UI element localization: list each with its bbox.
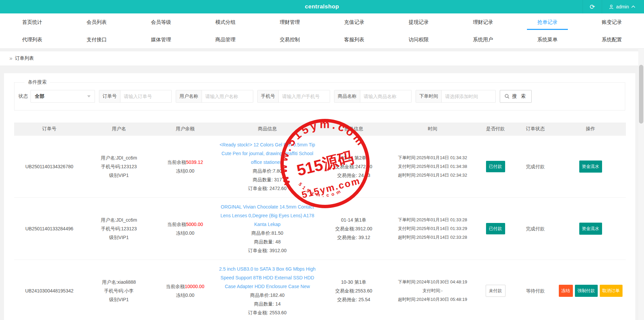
cancel-order-button[interactable]: 取消订单 [600, 285, 623, 297]
order-time-line: 下单时间:2025年01月14日 01:34:32 [391, 153, 474, 162]
phone-label: 手机号 [258, 90, 279, 102]
nav-row-1: 首页统计 会员列表 会员等级 模式分组 理财管理 充值记录 提现记录 理财记录 … [0, 13, 644, 31]
time-info: 下单时间:2025年01月14日 01:34:32 支付时间:2025年01月1… [390, 135, 475, 197]
admin-app: centralshop ⟳ admin 首页统计 会员列表 会员等级 模式分 [0, 0, 644, 320]
balance-label: 当前余额 [167, 222, 186, 227]
status-select[interactable]: 全部 [31, 90, 95, 103]
order-status: 完成付款 [516, 135, 555, 197]
product-name-input[interactable] [360, 90, 411, 102]
pay-time-line: 支付时间:2025年01月14日 01:34:38 [391, 162, 474, 171]
chevron-down-icon [87, 95, 91, 97]
nav-item-finance-manage[interactable]: 理财管理 [258, 13, 322, 31]
scrollbar-thumb[interactable] [639, 65, 643, 124]
nav-item-access-rights[interactable]: 访问权限 [386, 31, 451, 48]
nav-item-media-manage[interactable]: 媒体管理 [129, 31, 193, 48]
nav-item-agent-list[interactable]: 代理列表 [0, 31, 64, 48]
grab-info: 10-30 第1单 交易金额:2553.60 交易佣金: 25.54 [318, 260, 390, 320]
nav-item-mode-group[interactable]: 模式分组 [193, 13, 258, 31]
user-icon [609, 4, 614, 9]
actions-cell: 资金流水 [555, 197, 626, 260]
user-name-line: 用户名:JDI_cc6m [86, 153, 152, 162]
status-badge: 已付款 [486, 161, 505, 172]
vertical-scrollbar[interactable] [638, 49, 644, 320]
order-no-input[interactable] [120, 90, 171, 102]
chevron-up-icon [631, 5, 635, 8]
topbar-controls: ⟳ admin [583, 0, 644, 13]
user-phone-line: 手机号码:123123 [86, 224, 152, 233]
nav-item-system-users[interactable]: 系统用户 [451, 31, 515, 48]
user-level-line: 级别VIP1 [86, 295, 152, 304]
col-username: 用户名 [85, 123, 153, 135]
order-status: 等待付款 [516, 260, 555, 320]
nav-item-finance-records[interactable]: 理财记录 [451, 13, 515, 31]
pay-time-line: 支付时间:- [391, 286, 474, 295]
grab-seq-line: 10-30 第1单 [319, 278, 388, 286]
product-info: ORGINAL Vivian Chocolate 14.5mm Contact … [217, 197, 318, 260]
timeout-time-line: 超时时间:2025年01月14日 02:33:28 [391, 233, 474, 242]
product-amount-line: 订单金额: 2553.60 [218, 308, 316, 317]
refresh-button[interactable]: ⟳ [583, 0, 602, 13]
grab-commission-line: 交易佣金: 24.73 [319, 171, 388, 180]
fund-flow-button[interactable]: 资金流水 [579, 223, 602, 235]
order-no: UB2501140134326780 [14, 135, 85, 197]
product-title-link[interactable]: 2.5 inch USB3.0 to SATA 3 Box 6G Mbps Hi… [218, 265, 316, 291]
nav-item-service-list[interactable]: 客服列表 [322, 31, 386, 48]
product-price-line: 商品单价:81.50 [218, 229, 316, 237]
col-actions: 操作 [555, 123, 626, 135]
nav-item-account-change-records[interactable]: 账变记录 [580, 13, 644, 31]
nav-item-trade-control[interactable]: 交易控制 [258, 31, 322, 48]
nav-item-payment-api[interactable]: 支付接口 [64, 31, 129, 48]
col-order-status: 订单状态 [516, 123, 555, 135]
nav-item-withdraw-records[interactable]: 提现记录 [386, 13, 451, 31]
force-pay-button[interactable]: 强制付款 [575, 285, 598, 297]
table-row: UB2501140133284496 用户名:JDI_cc6m 手机号码:123… [14, 197, 626, 260]
order-no: UB2410300448195342 [14, 260, 85, 320]
order-time-input[interactable] [442, 90, 495, 102]
user-name-line: 用户名:xiaoli888 [86, 278, 152, 286]
product-price-line: 商品单价:182.40 [218, 291, 316, 300]
nav-item-system-config[interactable]: 系统配置 [580, 31, 644, 48]
col-grab-info: 抢单信息 [318, 123, 390, 135]
breadcrumb: » 订单列表 [0, 51, 644, 65]
balance-info: 当前余额5000.00 冻结0.00 [153, 197, 217, 260]
fund-flow-button[interactable]: 资金流水 [579, 161, 602, 173]
table-row: UB2410300448195342 用户名:xiaoli888 手机号码:小李… [14, 260, 626, 320]
freeze-button[interactable]: 冻结 [559, 285, 573, 297]
order-time-label: 下单时间 [416, 90, 442, 102]
table-row: UB2501140134326780 用户名:JDI_cc6m 手机号码:123… [14, 135, 626, 197]
nav-item-member-level[interactable]: 会员等级 [129, 13, 193, 31]
col-paid: 是否付款 [475, 123, 516, 135]
top-bar: centralshop ⟳ admin [0, 0, 644, 13]
order-no-filter: 订单号 [99, 90, 172, 103]
nav-item-grab-records[interactable]: 抢单记录 [515, 13, 580, 31]
order-time-line: 下单时间:2024年10月30日 04:48:19 [391, 278, 474, 286]
col-balance: 用户余额 [153, 123, 217, 135]
timeout-time-line: 超时时间:2024年10月30日 05:48:19 [391, 295, 474, 304]
product-qty-line: 商品数量: 317 [218, 175, 316, 184]
product-info: 2.5 inch USB3.0 to SATA 3 Box 6G Mbps Hi… [217, 260, 318, 320]
table-header-row: 订单号 用户名 用户余额 商品信息 抢单信息 时间 是否付款 订单状态 操作 [14, 123, 626, 135]
nav-item-recharge-records[interactable]: 充值记录 [322, 13, 386, 31]
nav-item-product-manage[interactable]: 商品管理 [193, 31, 258, 48]
app-title: centralshop [305, 3, 339, 10]
grab-commission-line: 交易佣金: 25.54 [319, 295, 388, 304]
product-title-link[interactable]: <Ready stock!> 12 Colors Gel Pen 0.5mm T… [218, 140, 316, 167]
user-menu-button[interactable]: admin [602, 0, 644, 13]
status-badge: 未付款 [486, 285, 505, 297]
order-time-line: 下单时间:2025年01月14日 01:33:28 [391, 216, 474, 224]
product-title-link[interactable]: ORGINAL Vivian Chocolate 14.5mm Contact … [218, 202, 316, 229]
nav-item-home-stats[interactable]: 首页统计 [0, 13, 64, 31]
search-icon [504, 94, 510, 99]
search-button[interactable]: 搜 索 [500, 90, 532, 103]
user-info: 用户名:JDI_cc6m 手机号码:123123 级别VIP1 [85, 197, 153, 260]
phone-input[interactable] [279, 90, 330, 102]
nav-item-member-list[interactable]: 会员列表 [64, 13, 129, 31]
nav-item-system-menu[interactable]: 系统菜单 [515, 31, 580, 48]
user-level-line: 级别VIP1 [86, 171, 152, 180]
product-amount-line: 订单金额: 2472.60 [218, 184, 316, 193]
username-label: 用户名称 [176, 90, 202, 102]
grab-seq-line: 01-14 第1单 [319, 216, 388, 224]
nav-row-2: 代理列表 支付接口 媒体管理 商品管理 交易控制 客服列表 访问权限 系统用户 … [0, 31, 644, 48]
username-input[interactable] [202, 90, 253, 102]
double-angle-icon: » [9, 55, 12, 61]
